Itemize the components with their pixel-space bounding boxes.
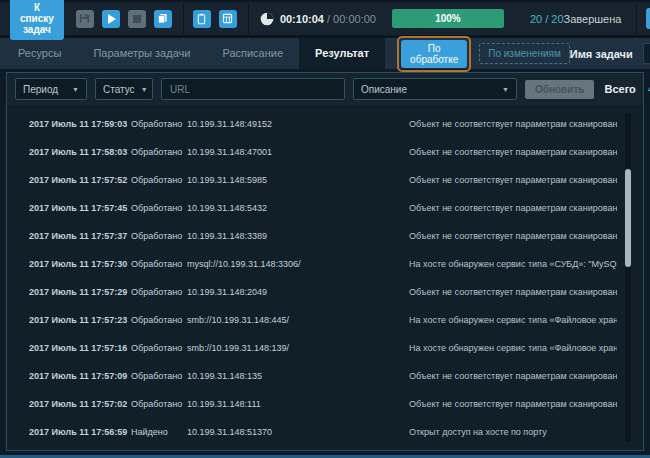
results-table: 2017 Июль 11 17:59:03 Обработано 10.199.… bbox=[7, 105, 643, 450]
row-status: Найдено bbox=[131, 427, 187, 437]
row-status: Обработано bbox=[131, 259, 187, 269]
row-url: 10.199.31.148:3389 bbox=[187, 231, 409, 241]
row-description: Объект не соответствует параметрам скани… bbox=[409, 371, 617, 381]
row-description: Объект не соответствует параметрам скани… bbox=[409, 231, 617, 241]
row-url: 10.199.31.148:2049 bbox=[187, 287, 409, 297]
tabs: РесурсыПараметры задачиРасписаниеРезульт… bbox=[2, 38, 385, 69]
toolbar-divider bbox=[636, 0, 637, 38]
save-button[interactable] bbox=[76, 10, 94, 28]
row-status: Обработано bbox=[131, 119, 187, 129]
table-row[interactable]: 2017 Июль 11 17:57:09 Обработано 10.199.… bbox=[7, 362, 643, 390]
table-report-button[interactable] bbox=[219, 10, 237, 28]
tab[interactable]: Параметры задачи bbox=[77, 38, 206, 69]
row-date: 2017 Июль 11 17:57:37 bbox=[29, 231, 131, 241]
row-status: Обработано bbox=[131, 147, 187, 157]
table-row[interactable]: 2017 Июль 11 17:56:59 Найдено 10.199.31.… bbox=[7, 418, 643, 446]
stop-icon bbox=[133, 15, 141, 23]
row-description: Объект не соответствует параметрам скани… bbox=[409, 119, 617, 129]
row-url: 10.199.31.148:49152 bbox=[187, 119, 409, 129]
results-panel: Период ▼ Статус ▼ Описание ▼ Обновить Вс… bbox=[6, 72, 644, 451]
clock-icon bbox=[260, 12, 274, 26]
row-url: 10.199.31.148:47001 bbox=[187, 147, 409, 157]
status-filter-dropdown[interactable]: Статус ▼ bbox=[95, 78, 153, 100]
row-url: 10.199.31.148:111 bbox=[187, 399, 409, 409]
task-timer: 00:10:04 / 00:00:00 bbox=[280, 13, 376, 25]
export-button[interactable]: Экспорт bbox=[646, 8, 650, 29]
row-date: 2017 Июль 11 17:57:23 bbox=[29, 315, 131, 325]
row-date: 2017 Июль 11 17:57:16 bbox=[29, 343, 131, 353]
row-description: Объект не соответствует параметрам скани… bbox=[409, 203, 617, 213]
row-description: На хосте обнаружен сервис типа «СУБД»: "… bbox=[409, 259, 617, 269]
report-button[interactable] bbox=[154, 10, 172, 28]
table-row[interactable]: 2017 Июль 11 17:57:30 Обработано mysql:/… bbox=[7, 250, 643, 278]
processing-filter-highlight: По обработке bbox=[397, 36, 471, 72]
row-status: Обработано bbox=[131, 315, 187, 325]
table-row[interactable]: 2017 Июль 11 17:57:45 Обработано 10.199.… bbox=[7, 194, 643, 222]
row-status: Обработано bbox=[131, 231, 187, 241]
row-date: 2017 Июль 11 17:57:02 bbox=[29, 399, 131, 409]
scrollbar-thumb[interactable] bbox=[625, 169, 631, 267]
row-description: На хосте обнаружен сервис типа «Файловое… bbox=[409, 343, 617, 353]
table-row[interactable]: 2017 Июль 11 17:57:16 Обработано smb://1… bbox=[7, 334, 643, 362]
progress-bar: 100% bbox=[392, 9, 504, 28]
row-date: 2017 Июль 11 17:57:52 bbox=[29, 175, 131, 185]
row-description: Объект не соответствует параметрам скани… bbox=[409, 399, 617, 409]
table-grid-icon bbox=[222, 13, 233, 24]
tab-bar: РесурсыПараметры задачиРасписаниеРезульт… bbox=[0, 38, 650, 69]
period-filter-dropdown[interactable]: Период ▼ bbox=[15, 78, 87, 100]
play-icon bbox=[108, 14, 116, 24]
task-name-input[interactable] bbox=[643, 43, 650, 64]
row-date: 2017 Июль 11 17:57:30 bbox=[29, 259, 131, 269]
table-row[interactable]: 2017 Июль 11 17:58:03 Обработано 10.199.… bbox=[7, 138, 643, 166]
row-url: 10.199.31.148:135 bbox=[187, 371, 409, 381]
scrollbar[interactable] bbox=[625, 113, 631, 442]
copy-document-icon bbox=[157, 13, 168, 24]
back-to-task-list-button[interactable]: К списку задач bbox=[10, 0, 64, 40]
row-description: Объект не соответствует параметрам скани… bbox=[409, 175, 617, 185]
toolbar-divider bbox=[248, 0, 249, 38]
progress-value: 100% bbox=[435, 13, 461, 24]
tab[interactable]: Расписание bbox=[206, 38, 299, 69]
row-url: smb://10.199.31.148:139/ bbox=[187, 343, 409, 353]
tab[interactable]: Ресурсы bbox=[2, 38, 77, 69]
table-row[interactable]: 2017 Июль 11 17:59:03 Обработано 10.199.… bbox=[7, 110, 643, 138]
row-date: 2017 Июль 11 17:58:03 bbox=[29, 147, 131, 157]
table-row[interactable]: 2017 Июль 11 17:57:37 Обработано 10.199.… bbox=[7, 222, 643, 250]
row-url: 10.199.31.148:51370 bbox=[187, 427, 409, 437]
row-date: 2017 Июль 11 17:57:45 bbox=[29, 203, 131, 213]
row-status: Обработано bbox=[131, 343, 187, 353]
row-description: Открыт доступ на хосте по порту bbox=[409, 427, 617, 437]
total-label: Всего bbox=[604, 83, 635, 95]
row-url: 10.199.31.148:5432 bbox=[187, 203, 409, 213]
row-status: Обработано bbox=[131, 399, 187, 409]
description-filter-dropdown[interactable]: Описание ▼ bbox=[353, 78, 517, 100]
chevron-down-icon: ▼ bbox=[502, 86, 509, 93]
table-row[interactable]: 2017 Июль 11 17:57:23 Обработано smb://1… bbox=[7, 306, 643, 334]
row-url: smb://10.199.31.148:445/ bbox=[187, 315, 409, 325]
table-row[interactable]: 2017 Июль 11 17:57:02 Обработано 10.199.… bbox=[7, 390, 643, 418]
table-row[interactable]: 2017 Июль 11 17:57:52 Обработано 10.199.… bbox=[7, 166, 643, 194]
row-date: 2017 Июль 11 17:59:03 bbox=[29, 119, 131, 129]
stop-button[interactable] bbox=[128, 10, 146, 28]
chevron-down-icon: ▼ bbox=[141, 86, 148, 93]
url-filter-input[interactable] bbox=[161, 78, 345, 100]
row-date: 2017 Июль 11 17:57:29 bbox=[29, 287, 131, 297]
refresh-button[interactable]: Обновить bbox=[525, 80, 594, 99]
chevron-down-icon: ▼ bbox=[72, 86, 79, 93]
tab[interactable]: Результат bbox=[299, 38, 385, 69]
play-button[interactable] bbox=[102, 10, 120, 28]
by-processing-button[interactable]: По обработке bbox=[401, 40, 467, 68]
save-icon bbox=[79, 13, 90, 24]
by-changes-button[interactable]: По изменениям bbox=[479, 43, 570, 64]
row-description: На хосте обнаружен сервис типа «Файловое… bbox=[409, 315, 617, 325]
row-status: Обработано bbox=[131, 287, 187, 297]
row-date: 2017 Июль 11 17:56:59 bbox=[29, 427, 131, 437]
row-url: 10.199.31.148:5985 bbox=[187, 175, 409, 185]
clipboard-report-button[interactable] bbox=[193, 10, 211, 28]
results-table-rows: 2017 Июль 11 17:59:03 Обработано 10.199.… bbox=[7, 110, 643, 446]
toolbar: К списку задач 00:10:04 / 00:00:00 100% … bbox=[0, 0, 650, 38]
row-url: mysql://10.199.31.148:3306/ bbox=[187, 259, 409, 269]
period-filter-label: Период bbox=[23, 84, 58, 95]
table-row[interactable]: 2017 Июль 11 17:57:29 Обработано 10.199.… bbox=[7, 278, 643, 306]
app-window: К списку задач 00:10:04 / 00:00:00 100% … bbox=[0, 0, 650, 458]
